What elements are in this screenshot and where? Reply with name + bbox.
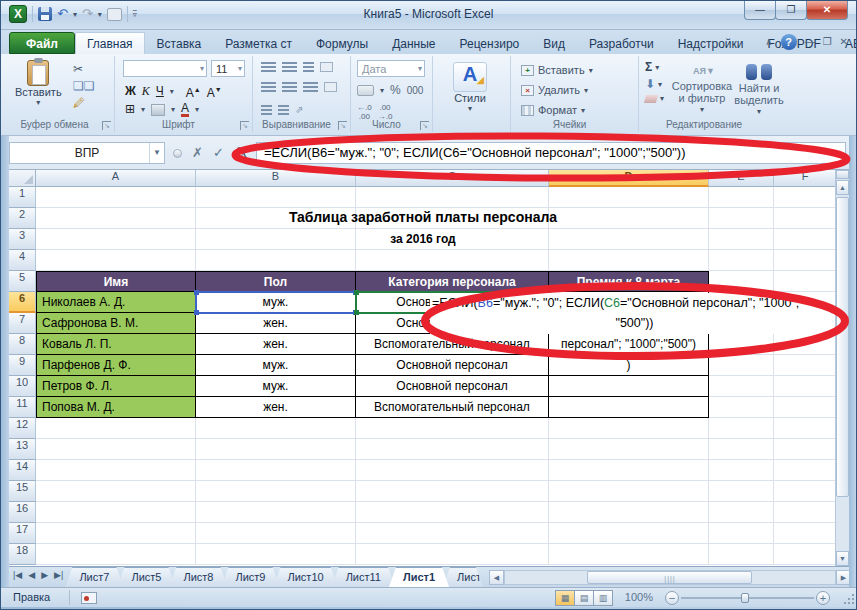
sheet-tab-лист9[interactable]: Лист9 bbox=[221, 567, 279, 587]
grid-cell-F4[interactable] bbox=[774, 250, 837, 271]
grid-cell-F1[interactable] bbox=[774, 187, 837, 208]
row-header-15[interactable]: 15 bbox=[9, 481, 36, 502]
vertical-scrollbar[interactable]: ▲ ▼ bbox=[835, 170, 849, 566]
grid-cell-C12[interactable] bbox=[356, 418, 549, 439]
collapse-ribbon-icon[interactable]: ∧ bbox=[765, 34, 772, 50]
row-header-17[interactable]: 17 bbox=[9, 523, 36, 544]
row-header-5[interactable]: 5 bbox=[9, 271, 36, 292]
cancel-entry-icon[interactable]: ✗ bbox=[192, 144, 203, 162]
row-header-10[interactable]: 10 bbox=[9, 376, 36, 397]
grid-cell-E8[interactable] bbox=[709, 334, 774, 355]
row-header-2[interactable]: 2 bbox=[9, 208, 36, 229]
grid-cell-A7[interactable]: Сафронова В. М. bbox=[36, 313, 196, 334]
grid-cell-D12[interactable] bbox=[549, 418, 709, 439]
zoom-in-icon[interactable]: + bbox=[816, 591, 830, 605]
grid-cell-D5[interactable]: Премия к 8 марта bbox=[549, 271, 709, 292]
row-header-3[interactable]: 3 bbox=[9, 229, 36, 250]
orientation-icon[interactable] bbox=[320, 62, 333, 72]
grid-cell-E13[interactable] bbox=[709, 439, 774, 460]
grid-cell-B7[interactable]: жен. bbox=[196, 313, 356, 334]
underline-dropdown-icon[interactable]: ▾ bbox=[170, 87, 174, 96]
decrease-indent-icon[interactable] bbox=[261, 105, 272, 115]
grid-cell-F5[interactable] bbox=[774, 271, 837, 292]
grid-cell-D11[interactable] bbox=[549, 397, 709, 418]
column-header-C[interactable]: C bbox=[356, 170, 549, 187]
grid-cell-B18[interactable] bbox=[196, 544, 356, 565]
grow-font-button[interactable]: А▲ bbox=[186, 82, 201, 101]
grid-cell-F12[interactable] bbox=[774, 418, 837, 439]
grid-cell-C10[interactable]: Основной персонал bbox=[356, 376, 549, 397]
percent-style-button[interactable]: % bbox=[390, 83, 401, 98]
borders-button[interactable]: ⊞ bbox=[125, 102, 135, 117]
scroll-down-icon[interactable]: ▼ bbox=[836, 551, 849, 566]
cells-insert-button[interactable]: Вставить▾ bbox=[521, 62, 593, 78]
grid-cell-D1[interactable] bbox=[549, 187, 709, 208]
select-all-corner[interactable] bbox=[9, 170, 36, 187]
grid-cell-E12[interactable] bbox=[709, 418, 774, 439]
column-header-E[interactable]: E bbox=[709, 170, 774, 187]
grid-cell-D10[interactable] bbox=[549, 376, 709, 397]
horizontal-scrollbar[interactable]: ◀ |||| ▶ bbox=[489, 569, 851, 585]
grid-cell-A18[interactable] bbox=[36, 544, 196, 565]
grid-cell-A11[interactable]: Попова М. Д. bbox=[36, 397, 196, 418]
sheet-tab-лист7[interactable]: Лист7 bbox=[65, 567, 123, 587]
grid-cell-F13[interactable] bbox=[774, 439, 837, 460]
ribbon-tab-разработчи[interactable]: Разработчи bbox=[577, 32, 666, 54]
expand-formula-bar-icon[interactable]: ▾ bbox=[838, 146, 843, 164]
resize-grip[interactable] bbox=[843, 593, 855, 605]
ribbon-tab-вставка[interactable]: Вставка bbox=[145, 32, 214, 54]
row-header-8[interactable]: 8 bbox=[9, 334, 36, 355]
first-sheet-icon[interactable]: |◀ bbox=[11, 570, 24, 580]
align-top-icon[interactable] bbox=[261, 62, 276, 72]
fill-color-button[interactable] bbox=[151, 104, 165, 116]
ribbon-tab-разметка-ст[interactable]: Разметка ст bbox=[213, 32, 304, 54]
grid-cell-D13[interactable] bbox=[549, 439, 709, 460]
grid-cell-A1[interactable] bbox=[36, 187, 196, 208]
title-bar[interactable]: X ↶▾ ↷▾ ▿̅ Книга5 - Microsoft Excel — ❐ … bbox=[1, 1, 856, 30]
grid-cell-B8[interactable]: жен. bbox=[196, 334, 356, 355]
grid-cell-A17[interactable] bbox=[36, 523, 196, 544]
grid-cell-A10[interactable]: Петров Ф. Л. bbox=[36, 376, 196, 397]
merge-center-icon[interactable] bbox=[324, 82, 337, 92]
grid-cell-C16[interactable] bbox=[356, 502, 549, 523]
grid-cell-A8[interactable]: Коваль Л. П. bbox=[36, 334, 196, 355]
close-button[interactable]: ✕ bbox=[806, 1, 848, 20]
formula-input[interactable]: =ЕСЛИ(B6="муж."; "0"; ЕСЛИ(C6="Основной … bbox=[256, 142, 846, 164]
align-center-icon[interactable] bbox=[282, 82, 297, 92]
grid-cell-D4[interactable] bbox=[549, 250, 709, 271]
zoom-slider[interactable]: − + bbox=[665, 591, 830, 605]
grid-cell-B15[interactable] bbox=[196, 481, 356, 502]
grid-cell-D14[interactable] bbox=[549, 460, 709, 481]
underline-button[interactable]: Ч bbox=[156, 84, 164, 99]
align-middle-icon[interactable] bbox=[282, 62, 297, 72]
clear-icon[interactable] bbox=[644, 95, 658, 103]
cell-edit-overlay[interactable]: =ЕСЛИ(B6="муж."; "0"; ЕСЛИ(C6="Основной … bbox=[430, 293, 839, 334]
column-header-A[interactable]: A bbox=[36, 170, 196, 187]
grid-cell-A12[interactable] bbox=[36, 418, 196, 439]
row-header-1[interactable]: 1 bbox=[9, 187, 36, 208]
grid-cell-B14[interactable] bbox=[196, 460, 356, 481]
grid-cell-D18[interactable] bbox=[549, 544, 709, 565]
grid-cell-C18[interactable] bbox=[356, 544, 549, 565]
row-header-14[interactable]: 14 bbox=[9, 460, 36, 481]
grid-cell-F10[interactable] bbox=[774, 376, 837, 397]
grid-cell-E5[interactable] bbox=[709, 271, 774, 292]
grid-cell-B5[interactable]: Пол bbox=[196, 271, 356, 292]
grid-cell-E10[interactable] bbox=[709, 376, 774, 397]
grid-cell-E14[interactable] bbox=[709, 460, 774, 481]
font-color-button[interactable]: А bbox=[181, 102, 189, 117]
split-handle[interactable] bbox=[836, 170, 849, 179]
help-icon[interactable]: ? bbox=[781, 34, 797, 50]
grid-cell-F3[interactable] bbox=[774, 229, 837, 250]
find-select-button[interactable]: Найти и выделить ▾ bbox=[733, 64, 785, 118]
grid-cell-F2[interactable] bbox=[774, 208, 837, 229]
grid-cell-F18[interactable] bbox=[774, 544, 837, 565]
grid-cell-C1[interactable] bbox=[356, 187, 549, 208]
ribbon-tab-рецензиро[interactable]: Рецензиро bbox=[447, 32, 531, 54]
ribbon-tab-данные[interactable]: Данные bbox=[380, 32, 447, 54]
styles-button[interactable]: А Стили ▾ bbox=[453, 62, 487, 113]
sheet-tab-лист-clipped[interactable]: Лист bbox=[443, 567, 483, 587]
grid-cell-B9[interactable]: муж. bbox=[196, 355, 356, 376]
zoom-out-icon[interactable]: − bbox=[665, 591, 679, 605]
column-header-D[interactable]: D bbox=[549, 170, 709, 187]
